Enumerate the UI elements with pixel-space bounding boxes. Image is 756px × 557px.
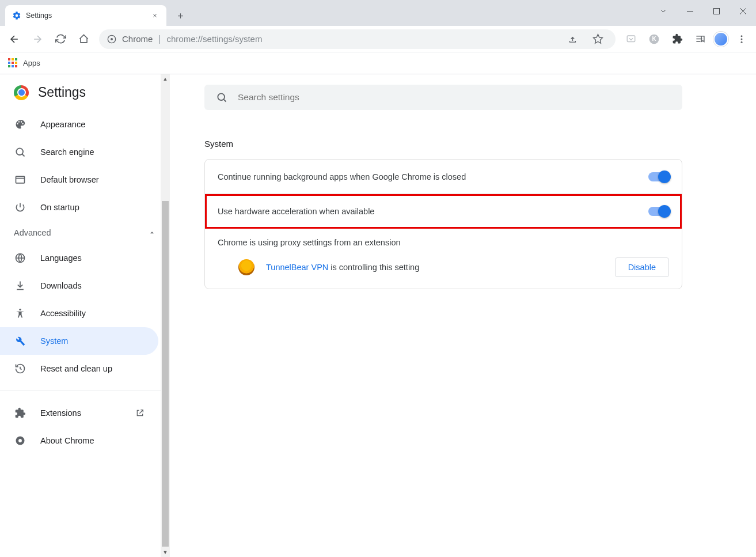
svg-point-14 — [18, 439, 22, 442]
search-settings-box[interactable] — [204, 85, 682, 110]
menu-icon[interactable] — [732, 29, 751, 49]
settings-main: System Continue running background apps … — [170, 74, 756, 557]
sidebar-item-label: Languages — [40, 253, 82, 263]
sidebar-item-on-startup[interactable]: On startup — [0, 194, 158, 221]
setting-label: Continue running background apps when Go… — [218, 172, 648, 181]
url-scheme: Chrome — [122, 34, 153, 44]
scroll-down-arrow[interactable]: ▼ — [161, 548, 170, 557]
minimize-button[interactable] — [677, 0, 703, 22]
sidebar-item-label: Default browser — [40, 175, 99, 184]
close-tab-icon[interactable] — [150, 11, 159, 20]
bookmark-star-icon[interactable] — [588, 29, 607, 49]
svg-text:K: K — [652, 36, 656, 42]
home-button[interactable] — [74, 29, 93, 49]
address-bar[interactable]: Chrome | chrome://settings/system — [99, 29, 616, 49]
svg-rect-0 — [713, 8, 719, 14]
maximize-button[interactable] — [703, 0, 730, 22]
svg-point-2 — [111, 38, 113, 40]
chrome-logo-icon — [14, 85, 29, 100]
svg-rect-10 — [16, 176, 25, 183]
system-settings-card: Continue running background apps when Go… — [204, 159, 682, 289]
power-icon — [14, 201, 26, 214]
svg-point-15 — [218, 93, 225, 100]
sidebar-item-extensions[interactable]: Extensions — [0, 399, 158, 427]
url-separator: | — [158, 34, 161, 44]
sidebar-item-label: About Chrome — [40, 436, 94, 445]
settings-sidebar: Settings Appearance Search engine Defaul… — [0, 74, 170, 557]
sidebar-item-about[interactable]: About Chrome — [0, 427, 158, 454]
sidebar-item-languages[interactable]: Languages — [0, 244, 158, 272]
external-link-icon — [135, 408, 145, 418]
browser-tab[interactable]: Settings — [5, 5, 166, 26]
setting-row-background-apps: Continue running background apps when Go… — [205, 160, 682, 194]
advanced-label: Advanced — [14, 228, 51, 237]
svg-point-12 — [19, 309, 21, 310]
chrome-icon — [14, 434, 26, 447]
disable-button[interactable]: Disable — [615, 257, 669, 277]
svg-point-7 — [741, 38, 743, 40]
svg-point-6 — [741, 35, 743, 37]
search-settings-input[interactable] — [238, 92, 671, 103]
extensions-icon[interactable] — [667, 29, 687, 49]
wrench-icon — [14, 335, 26, 347]
search-icon — [14, 146, 26, 158]
k-extension-icon[interactable]: K — [644, 29, 664, 49]
back-button[interactable] — [5, 29, 24, 49]
setting-label: Use hardware acceleration when available — [218, 207, 648, 216]
sidebar-item-default-browser[interactable]: Default browser — [0, 166, 158, 194]
palette-icon — [14, 118, 26, 131]
site-info-icon[interactable] — [107, 35, 116, 44]
download-icon — [14, 279, 26, 292]
proxy-suffix-text: is controlling this setting — [328, 263, 419, 272]
profile-avatar[interactable] — [713, 32, 728, 47]
sidebar-advanced-toggle[interactable]: Advanced — [0, 221, 170, 244]
tab-title: Settings — [26, 12, 150, 20]
chevron-up-icon — [148, 229, 156, 237]
extension-link[interactable]: TunnelBear VPN — [266, 263, 328, 272]
toggle-hardware-accel[interactable] — [648, 207, 669, 216]
restore-icon — [14, 362, 26, 375]
sidebar-item-system[interactable]: System — [0, 327, 158, 355]
accessibility-icon — [14, 307, 26, 320]
globe-icon — [14, 252, 26, 264]
sidebar-scrollbar[interactable]: ▲ ▼ — [161, 74, 170, 557]
sidebar-item-label: Accessibility — [40, 309, 86, 318]
sidebar-item-search-engine[interactable]: Search engine — [0, 138, 158, 166]
sidebar-item-downloads[interactable]: Downloads — [0, 272, 158, 300]
sidebar-item-label: On startup — [40, 203, 79, 212]
browser-toolbar: Chrome | chrome://settings/system K — [0, 26, 756, 52]
pocket-icon[interactable] — [621, 29, 641, 49]
reload-button[interactable] — [51, 29, 70, 49]
reading-list-icon[interactable] — [690, 29, 710, 49]
apps-icon[interactable] — [8, 58, 18, 69]
apps-label[interactable]: Apps — [23, 59, 40, 67]
svg-rect-3 — [627, 36, 635, 42]
sidebar-item-label: Appearance — [40, 120, 85, 129]
puzzle-icon — [14, 407, 26, 419]
setting-row-hardware-accel: Use hardware acceleration when available — [205, 194, 682, 229]
gear-icon — [12, 11, 21, 20]
sidebar-item-label: System — [40, 336, 68, 346]
url-text: chrome://settings/system — [167, 34, 263, 44]
setting-label: Chrome is using proxy settings from an e… — [218, 238, 401, 247]
search-icon — [216, 92, 227, 103]
svg-point-8 — [741, 41, 743, 43]
sidebar-item-label: Search engine — [40, 147, 94, 157]
sidebar-item-accessibility[interactable]: Accessibility — [0, 300, 158, 327]
sidebar-item-appearance[interactable]: Appearance — [0, 111, 158, 138]
window-controls — [650, 0, 756, 22]
sidebar-item-label: Reset and clean up — [40, 364, 112, 373]
new-tab-button[interactable] — [172, 7, 188, 24]
scroll-thumb[interactable] — [162, 201, 169, 547]
share-icon[interactable] — [563, 29, 582, 49]
sidebar-item-label: Extensions — [40, 408, 81, 418]
sidebar-item-label: Downloads — [40, 281, 82, 290]
toggle-background-apps[interactable] — [648, 172, 669, 181]
scroll-up-arrow[interactable]: ▲ — [161, 74, 170, 84]
sidebar-item-reset[interactable]: Reset and clean up — [0, 355, 158, 382]
forward-button[interactable] — [28, 29, 47, 49]
tunnelbear-icon — [238, 259, 254, 275]
chevron-down-icon[interactable] — [650, 0, 677, 22]
close-window-button[interactable] — [730, 0, 756, 22]
proxy-extension-detail: TunnelBear VPN is controlling this setti… — [218, 257, 669, 277]
